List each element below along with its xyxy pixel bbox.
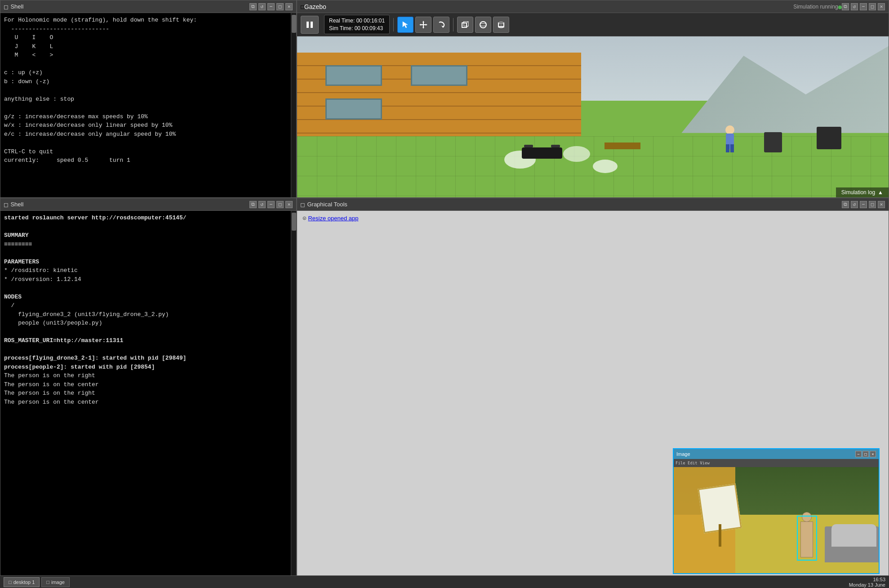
gazebo-controls: ⧉ ↺ − □ ✕ bbox=[842, 3, 885, 10]
svg-point-17 bbox=[498, 22, 504, 24]
shell-b-line-13: people (unit3/people.py) bbox=[4, 319, 287, 328]
sim-log-bar[interactable]: Simulation log ▲ bbox=[836, 187, 889, 197]
shell-top-close-btn[interactable]: ✕ bbox=[285, 3, 293, 10]
graphical-tools-refresh-btn[interactable]: ↺ bbox=[851, 201, 858, 208]
resize-app-icon: ⊙ bbox=[302, 214, 306, 222]
gazebo-icon: □ bbox=[301, 3, 304, 10]
shell-top-content[interactable]: For Holonomic mode (strafing), hold down… bbox=[0, 13, 291, 197]
shell-bottom-titlebar: □ Shell ⧉ ↺ − □ ✕ bbox=[0, 198, 296, 211]
graphical-tools-titlebar: □ Graphical Tools ⧉ ↺ − □ ✕ bbox=[297, 198, 889, 211]
svg-point-14 bbox=[480, 22, 486, 28]
shell-bottom-scrollbar[interactable] bbox=[291, 211, 296, 588]
sim-time-label: Sim Time: bbox=[329, 25, 355, 31]
pause-button[interactable] bbox=[301, 16, 319, 34]
graphical-tools-icon: □ bbox=[301, 201, 304, 208]
gazebo-pin-btn[interactable]: ⧉ bbox=[842, 3, 849, 10]
gazebo-status-dot: ● bbox=[838, 3, 842, 10]
graphical-tools-title: Graphical Tools bbox=[307, 201, 842, 208]
shell-top-controls: ⧉ ↺ − □ ✕ bbox=[249, 3, 293, 10]
shell-line-13: w/x : increase/decrease only linear spee… bbox=[4, 121, 287, 130]
shell-bottom-controls: ⧉ ↺ − □ ✕ bbox=[249, 201, 293, 208]
image-close-btn[interactable]: ✕ bbox=[870, 451, 876, 457]
graphical-tools-minimize-btn[interactable]: − bbox=[860, 201, 867, 208]
image-title-text: Image bbox=[676, 451, 690, 457]
gazebo-close-btn[interactable]: ✕ bbox=[878, 3, 885, 10]
graphical-tools-maximize-btn[interactable]: □ bbox=[869, 201, 876, 208]
sim-log-chevron: ▲ bbox=[878, 189, 883, 196]
shell-top-minimize-btn[interactable]: − bbox=[267, 3, 275, 10]
shell-line-16: CTRL-C to quit bbox=[4, 147, 287, 156]
rotate-tool-button[interactable] bbox=[433, 17, 449, 33]
select-tool-button[interactable] bbox=[397, 17, 413, 33]
shell-top-scrollbar-thumb[interactable] bbox=[292, 15, 296, 33]
shell-bottom-content[interactable]: started roslaunch server http://rosdscom… bbox=[0, 211, 291, 588]
shell-bottom-title: Shell bbox=[10, 201, 249, 208]
shell-b-line-18: process[people-2]: started with pid [298… bbox=[4, 363, 287, 372]
cylinder-tool-button[interactable] bbox=[493, 17, 509, 33]
time-display: Real Time: 00 00:16:01 Sim Time: 00 00:0… bbox=[324, 15, 390, 35]
shell-top-scrollbar[interactable] bbox=[291, 13, 296, 197]
taskbar-image-label: image bbox=[51, 579, 65, 585]
shell-top-icon: □ bbox=[4, 3, 8, 10]
sim-time-value: 00 00:09:43 bbox=[355, 25, 383, 31]
shell-b-line-15: ROS_MASTER_URI=http://master:11311 bbox=[4, 336, 287, 345]
translate-tool-button[interactable] bbox=[415, 17, 431, 33]
shell-line-15 bbox=[4, 138, 287, 147]
shell-b-line-20: The person is on the center bbox=[4, 380, 287, 389]
graphical-tools-window: □ Graphical Tools ⧉ ↺ − □ ✕ ⊙ Resize ope… bbox=[297, 198, 889, 588]
shell-line-1: For Holonomic mode (strafing), hold down… bbox=[4, 16, 287, 25]
gazebo-maximize-btn[interactable]: □ bbox=[869, 3, 876, 10]
shell-b-line-1: started roslaunch server http://rosdscom… bbox=[4, 214, 287, 223]
gazebo-minimize-btn[interactable]: − bbox=[860, 3, 867, 10]
shell-line-11 bbox=[4, 103, 287, 112]
image-maximize-btn[interactable]: □ bbox=[862, 451, 869, 457]
shell-top-content-area: For Holonomic mode (strafing), hold down… bbox=[0, 13, 296, 197]
sphere-tool-button[interactable] bbox=[475, 17, 491, 33]
taskbar-desktop1[interactable]: □ desktop 1 bbox=[4, 577, 40, 587]
image-minimize-btn[interactable]: − bbox=[855, 451, 862, 457]
image-titlebar: Image − □ ✕ bbox=[674, 449, 879, 459]
shell-bottom-pin-btn[interactable]: ⧉ bbox=[249, 201, 257, 208]
shell-bottom-maximize-btn[interactable]: □ bbox=[276, 201, 284, 208]
svg-rect-1 bbox=[311, 22, 313, 28]
taskbar-desktop1-icon: □ bbox=[9, 579, 12, 585]
gazebo-refresh-btn[interactable]: ↺ bbox=[851, 3, 858, 10]
graphical-tools-controls: ⧉ ↺ − □ ✕ bbox=[842, 201, 885, 208]
shell-b-line-14 bbox=[4, 328, 287, 337]
shell-b-line-5 bbox=[4, 249, 287, 258]
svg-marker-7 bbox=[426, 24, 427, 26]
taskbar: □ desktop 1 □ image 16:53 Monday 13 June bbox=[0, 575, 889, 588]
real-time-label: Real Time: bbox=[329, 18, 356, 24]
shell-bottom-window: □ Shell ⧉ ↺ − □ ✕ started roslaunch serv… bbox=[0, 198, 297, 588]
gazebo-window: □ Gazebo Simulation running ● ⧉ ↺ − □ ✕ … bbox=[297, 0, 889, 198]
shell-bottom-minimize-btn[interactable]: − bbox=[267, 201, 275, 208]
shell-top-maximize-btn[interactable]: □ bbox=[276, 3, 284, 10]
shell-top-title: Shell bbox=[10, 3, 249, 10]
shell-b-line-10: NODES bbox=[4, 293, 287, 302]
graphical-tools-close-btn[interactable]: ✕ bbox=[878, 201, 885, 208]
shell-line-4: J K L bbox=[4, 42, 287, 51]
shell-top-refresh-btn[interactable]: ↺ bbox=[258, 3, 266, 10]
toolbar-sep-2 bbox=[453, 18, 453, 31]
shell-line-12: g/z : increase/decrease max speeds by 10… bbox=[4, 112, 287, 121]
gazebo-viewport[interactable]: Simulation log ▲ bbox=[297, 36, 889, 197]
graphical-tools-pin-btn[interactable]: ⧉ bbox=[842, 201, 849, 208]
shell-top-pin-btn[interactable]: ⧉ bbox=[249, 3, 257, 10]
taskbar-image[interactable]: □ image bbox=[41, 577, 70, 587]
taskbar-date: Monday 13 June bbox=[849, 582, 885, 588]
shell-b-line-16 bbox=[4, 345, 287, 354]
shell-b-line-19: The person is on the right bbox=[4, 371, 287, 380]
image-viewport[interactable] bbox=[674, 467, 879, 573]
shell-bottom-close-btn[interactable]: ✕ bbox=[285, 201, 293, 208]
gazebo-titlebar: □ Gazebo Simulation running ● ⧉ ↺ − □ ✕ bbox=[297, 0, 889, 13]
shell-bottom-scrollbar-thumb[interactable] bbox=[292, 213, 296, 231]
box-tool-button[interactable] bbox=[457, 17, 473, 33]
shell-line-9 bbox=[4, 86, 287, 95]
shell-bottom-content-area: started roslaunch server http://rosdscom… bbox=[0, 211, 296, 588]
svg-marker-6 bbox=[419, 24, 421, 26]
shell-b-line-7: * /rosdistro: kinetic bbox=[4, 266, 287, 275]
shell-bottom-refresh-btn[interactable]: ↺ bbox=[258, 201, 266, 208]
shell-b-line-2 bbox=[4, 223, 287, 232]
svg-marker-4 bbox=[422, 21, 424, 22]
resize-app-link[interactable]: Resize opened app bbox=[308, 215, 358, 222]
